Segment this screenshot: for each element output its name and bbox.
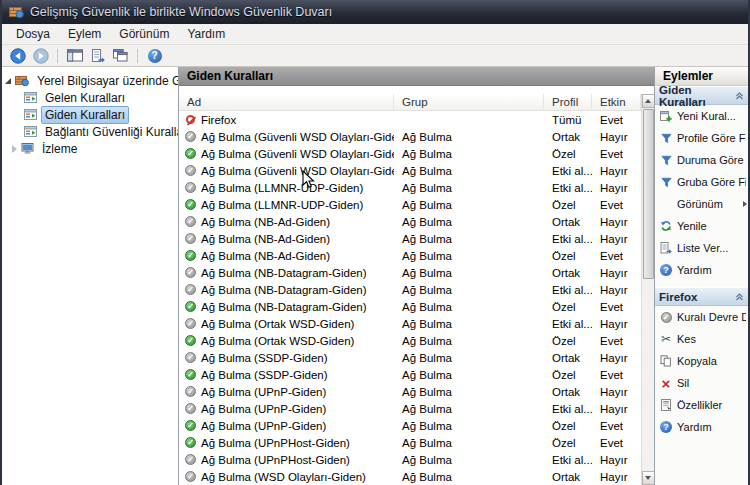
rule-name: Ağ Bulma (LLMNR-UDP-Giden) (201, 199, 363, 211)
action-kurali-devre-di[interactable]: Kuralı Devre Dı... (655, 306, 748, 328)
table-row[interactable]: Ağ Bulma (WSD Olayları-Giden)Ağ BulmaOrt… (179, 468, 641, 485)
table-row[interactable]: Ağ Bulma (UPnPHost-Giden)Ağ BulmaÖzelEve… (179, 434, 641, 451)
content-area: Yerel Bilgisayar üzerinde GelişmGelen Ku… (2, 67, 748, 485)
titlebar[interactable]: Gelişmiş Güvenlik ile birlikte Windows G… (2, 0, 748, 24)
rule-name-cell: Ağ Bulma (UPnP-Giden) (179, 386, 394, 398)
table-row[interactable]: Ağ Bulma (Ortak WSD-Giden)Ağ BulmaEtki a… (179, 315, 641, 332)
rule-name: Ağ Bulma (SSDP-Giden) (201, 352, 328, 364)
table-row[interactable]: Ağ Bulma (LLMNR-UDP-Giden)Ağ BulmaEtki a… (179, 179, 641, 196)
menu-yardim[interactable]: Yardım (178, 25, 234, 43)
help-button[interactable] (144, 46, 165, 65)
column-header-etkin[interactable]: Etkin (592, 94, 641, 110)
sidebar-item-gelen-kurallari[interactable]: Gelen Kuralları (2, 89, 178, 106)
action-liste-ver[interactable]: Liste Ver... (655, 237, 748, 259)
disable-rule-icon (661, 312, 672, 323)
section-header-label: Giden Kuralları (659, 84, 735, 108)
rule-name-cell: Ağ Bulma (Ortak WSD-Giden) (179, 335, 394, 347)
rule-enabled-cell: Hayır (592, 352, 641, 364)
rule-enabled-cell: Evet (592, 301, 641, 313)
sidebar-item-giden-kurallari[interactable]: Giden Kuralları (2, 106, 178, 123)
action-yardim[interactable]: Yardım (655, 259, 748, 281)
help-icon (148, 49, 162, 63)
new-window-button[interactable] (110, 46, 131, 65)
column-header-profil[interactable]: Profil (544, 94, 592, 110)
action-profile-gore-fil[interactable]: Profile Göre Fil... (655, 127, 748, 149)
rule-enabled-cell: Hayır (592, 284, 641, 296)
menu-eylem[interactable]: Eylem (59, 25, 110, 43)
back-button[interactable] (7, 46, 28, 65)
rules-table: AdGrupProfilEtkin FirefoxTümüEvetAğ Bulm… (179, 94, 641, 485)
table-row[interactable]: Ağ Bulma (LLMNR-UDP-Giden)Ağ BulmaÖzelEv… (179, 196, 641, 213)
action-ozellikler[interactable]: Özellikler (655, 394, 748, 416)
enabled-rule-icon (185, 420, 196, 431)
menu-dosya[interactable]: Dosya (7, 25, 59, 43)
table-row[interactable]: Ağ Bulma (Güvenli WSD Olayları-Giden)Ağ … (179, 145, 641, 162)
action-gruba-gore-fil[interactable]: Gruba Göre Fil... (655, 171, 748, 193)
vertical-scrollbar[interactable] (641, 94, 654, 485)
table-row[interactable]: Ağ Bulma (NB-Ad-Giden)Ağ BulmaEtki al...… (179, 230, 641, 247)
table-row[interactable]: Ağ Bulma (NB-Datagram-Giden)Ağ BulmaOrta… (179, 264, 641, 281)
table-row[interactable]: Ağ Bulma (NB-Datagram-Giden)Ağ BulmaÖzel… (179, 298, 641, 315)
table-row[interactable]: Ağ Bulma (NB-Ad-Giden)Ağ BulmaÖzelEvet (179, 247, 641, 264)
action-kopyala[interactable]: Kopyala (655, 350, 748, 372)
rule-enabled-cell: Hayır (592, 471, 641, 483)
table-row[interactable]: Ağ Bulma (NB-Datagram-Giden)Ağ BulmaEtki… (179, 281, 641, 298)
column-header-ad[interactable]: Ad (179, 94, 394, 110)
rule-group-cell: Ağ Bulma (394, 454, 544, 466)
action-yardim[interactable]: Yardım (655, 416, 748, 438)
table-row[interactable]: Ağ Bulma (Güvenli WSD Olayları-Giden)Ağ … (179, 128, 641, 145)
table-row[interactable]: Ağ Bulma (UPnP-Giden)Ağ BulmaOrtakHayır (179, 383, 641, 400)
forward-button[interactable] (30, 46, 51, 65)
scroll-down-button[interactable] (642, 471, 655, 485)
rule-enabled-cell: Hayır (592, 267, 641, 279)
rule-name: Ağ Bulma (UPnP-Giden) (201, 420, 326, 432)
rule-enabled-cell: Hayır (592, 403, 641, 415)
rule-profile-cell: Etki al... (544, 182, 592, 194)
table-row[interactable]: Ağ Bulma (Ortak WSD-Giden)Ağ BulmaÖzelEv… (179, 332, 641, 349)
action-section-giden-kurallari[interactable]: Giden Kuralları (655, 86, 748, 105)
expander-open-icon[interactable] (5, 78, 11, 84)
action-duruma-gore-f[interactable]: Duruma Göre F... (655, 149, 748, 171)
rule-enabled-cell: Evet (592, 199, 641, 211)
rule-group-cell: Ağ Bulma (394, 267, 544, 279)
rule-name: Ağ Bulma (Güvenli WSD Olayları-Giden) (201, 148, 394, 160)
rule-name-cell: Ağ Bulma (Ortak WSD-Giden) (179, 318, 394, 330)
action-yeni-kural[interactable]: Yeni Kural... (655, 105, 748, 127)
table-row[interactable]: Ağ Bulma (Güvenli WSD Olayları-Giden)Ağ … (179, 162, 641, 179)
copy-icon (659, 355, 673, 367)
section-gap (655, 438, 748, 444)
rule-group-cell: Ağ Bulma (394, 403, 544, 415)
rule-enabled-cell: Hayır (592, 233, 641, 245)
table-row[interactable]: Ağ Bulma (UPnP-Giden)Ağ BulmaÖzelEvet (179, 417, 641, 434)
action-sil[interactable]: Sil (655, 372, 748, 394)
expander-collapsed-icon[interactable] (12, 145, 17, 153)
action-yenile[interactable]: Yenile (655, 215, 748, 237)
console-tree-toggle-button[interactable] (64, 46, 85, 65)
table-row[interactable]: Ağ Bulma (UPnPHost-Giden)Ağ BulmaEtki al… (179, 451, 641, 468)
menu-gorunum[interactable]: Görünüm (110, 25, 178, 43)
sidebar-item-baglanti-guvenligi-kurallari[interactable]: Bağlantı Güvenliği Kuralları (2, 123, 178, 140)
rule-name: Ağ Bulma (UPnPHost-Giden) (201, 437, 350, 449)
rule-name: Firefox (201, 114, 236, 126)
disabled-rule-icon (185, 454, 196, 465)
enabled-rule-icon (185, 335, 196, 346)
scroll-up-button[interactable] (642, 94, 655, 108)
rule-name: Ağ Bulma (Güvenli WSD Olayları-Giden) (201, 131, 394, 143)
table-row[interactable]: Ağ Bulma (SSDP-Giden)Ağ BulmaÖzelEvet (179, 366, 641, 383)
action-kes[interactable]: Kes (655, 328, 748, 350)
column-header-grup[interactable]: Grup (394, 94, 544, 110)
table-row[interactable]: Ağ Bulma (UPnP-Giden)Ağ BulmaEtki al...H… (179, 400, 641, 417)
table-row[interactable]: FirefoxTümüEvet (179, 111, 641, 128)
scrollbar-thumb[interactable] (643, 109, 654, 279)
sidebar-item-izleme[interactable]: İzleme (2, 140, 178, 157)
table-row[interactable]: Ağ Bulma (NB-Ad-Giden)Ağ BulmaOrtakHayır (179, 213, 641, 230)
tree-root-item[interactable]: Yerel Bilgisayar üzerinde Gelişm (2, 72, 178, 89)
scrollbar-track[interactable] (642, 108, 655, 471)
action-gorunum[interactable]: Görünüm (655, 193, 748, 215)
help-icon (660, 421, 672, 433)
export-list-button[interactable] (87, 46, 108, 65)
rule-name-cell: Ağ Bulma (NB-Ad-Giden) (179, 216, 394, 228)
rule-name: Ağ Bulma (NB-Datagram-Giden) (201, 267, 367, 279)
table-row[interactable]: Ağ Bulma (SSDP-Giden)Ağ BulmaOrtakHayır (179, 349, 641, 366)
action-section-firefox[interactable]: Firefox (655, 287, 748, 306)
